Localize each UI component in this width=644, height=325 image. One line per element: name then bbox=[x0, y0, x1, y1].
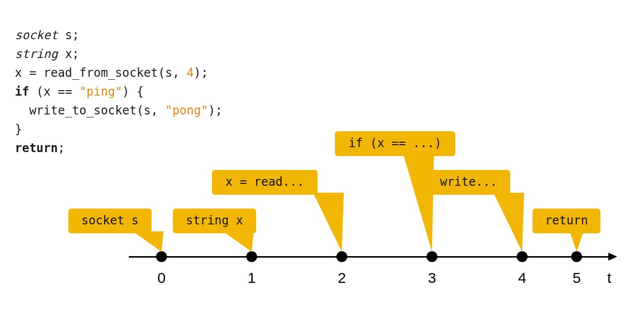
timeline-callout: write... bbox=[427, 170, 510, 195]
timeline-tick-label: 0 bbox=[158, 270, 166, 286]
timeline-callout-pointer-icon bbox=[133, 231, 163, 252]
timeline-tick-dot bbox=[427, 251, 437, 262]
timeline-t-label: t bbox=[607, 270, 611, 286]
timeline-callout-pointer-icon bbox=[313, 193, 344, 252]
timeline-callout-pointer-icon bbox=[570, 231, 584, 252]
timeline-tick-label: 3 bbox=[428, 270, 436, 286]
timeline-callout-pointer-icon bbox=[223, 231, 254, 252]
timeline-callout: x = read... bbox=[212, 170, 318, 195]
timeline-callout: return bbox=[533, 209, 600, 233]
timeline-tick-dot bbox=[517, 251, 528, 262]
timeline-tick-dot bbox=[336, 251, 347, 262]
timeline-callout: socket s bbox=[68, 209, 152, 233]
timeline-tick-label: 5 bbox=[573, 270, 581, 286]
timeline-arrowhead-icon bbox=[608, 253, 617, 261]
timeline-tick-label: 1 bbox=[248, 270, 256, 286]
timeline-callout-pointer-icon bbox=[403, 154, 434, 252]
timeline-tick-dot bbox=[246, 251, 257, 262]
timeline-tick-dot bbox=[571, 251, 582, 262]
timeline-axis bbox=[129, 256, 610, 258]
timeline-tick-label: 4 bbox=[518, 270, 527, 286]
timeline-tick-dot bbox=[156, 251, 167, 262]
timeline-callout: string x bbox=[173, 209, 256, 233]
timeline-tick-label: 2 bbox=[338, 270, 346, 286]
timeline-callout-pointer-icon bbox=[493, 193, 524, 252]
timeline-callout: if (x == ...) bbox=[335, 131, 455, 156]
timeline-diagram: 012345tsocket sstring xx = read...if (x … bbox=[0, 0, 644, 325]
